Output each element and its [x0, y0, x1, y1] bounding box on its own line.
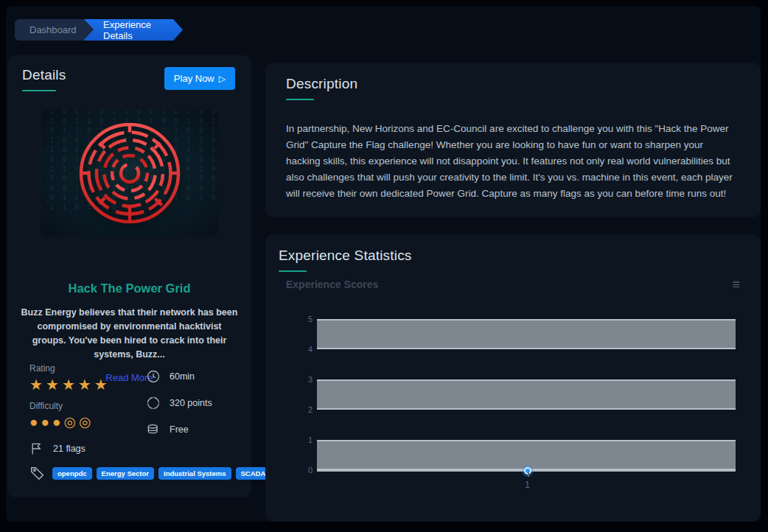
challenge-thumbnail: 0 1 0 0 1 0 1 1 0 0 1 0 1 0 0 1 1 0 1 0 …	[41, 110, 219, 237]
chart-y-axis: 5 4 3 2 1 0	[302, 319, 313, 470]
duration-row: 60min	[146, 369, 212, 384]
tag-industrial-systems[interactable]: Industrial Systems	[158, 467, 231, 480]
play-icon: ▷	[219, 74, 226, 84]
clock-icon	[146, 369, 161, 384]
points-value: 320 points	[170, 398, 212, 408]
y-tick-label: 2	[308, 405, 313, 414]
plot-band	[317, 440, 736, 470]
breadcrumb-item-dashboard[interactable]: Dashboard	[15, 19, 84, 41]
description-body: In partnership, New Horizons and EC-Coun…	[286, 121, 740, 202]
points-row: 320 points	[146, 396, 212, 410]
experience-title: Hack The Power Grid	[7, 281, 251, 295]
play-now-button[interactable]: Play Now ▷	[164, 67, 235, 90]
description-heading-underline	[286, 99, 314, 100]
experience-excerpt: Buzz Energy believes that their network …	[21, 306, 238, 362]
statistics-heading: Experience Statistics	[279, 248, 740, 264]
breadcrumb-dashboard-label: Dashboard	[29, 24, 77, 35]
difficulty-empty-icon: ◎	[79, 414, 94, 430]
coins-icon	[146, 422, 161, 437]
meta-right-column: 60min 320 points Free	[146, 369, 212, 449]
star-icon: ★	[46, 377, 62, 393]
price-value: Free	[170, 424, 189, 435]
chart-menu-icon[interactable]: ≡	[732, 279, 740, 290]
maze-icon	[74, 118, 185, 228]
tag-energy-sector[interactable]: Energy Sector	[97, 467, 154, 480]
rating-label: Rating	[29, 363, 111, 374]
description-heading: Description	[286, 76, 740, 92]
description-panel: Description In partnership, New Horizons…	[265, 63, 761, 217]
details-panel: Details Play Now ▷ 0 1 0 0 1 0 1 1 0 0 1…	[7, 55, 251, 497]
play-now-label: Play Now	[174, 73, 214, 84]
y-tick-label: 4	[308, 345, 313, 354]
chart-title: Experience Scores	[286, 279, 378, 290]
statistics-panel: Experience Statistics Experience Scores …	[265, 234, 761, 522]
breadcrumb-item-experience-details[interactable]: Experience Details	[84, 19, 183, 41]
x-axis-tick	[528, 472, 529, 477]
meta-left-column: Rating ★★★★★ Difficulty ●●●◎◎ 21 flags	[29, 363, 111, 456]
details-heading: Details	[22, 67, 66, 83]
x-tick-label: 1	[522, 480, 534, 490]
y-tick-label: 0	[308, 466, 313, 475]
breadcrumb-current-label: Experience Details	[103, 19, 183, 41]
tags-row: openpdc Energy Sector Industrial Systems…	[29, 465, 270, 481]
flag-icon	[29, 441, 44, 456]
difficulty-filled-icon: ●	[29, 414, 41, 430]
details-heading-underline	[22, 90, 56, 91]
difficulty-label: Difficulty	[29, 401, 111, 411]
rating-stars: ★★★★★	[29, 377, 111, 393]
duration-value: 60min	[170, 371, 195, 382]
plot-band	[317, 379, 736, 410]
star-icon: ★	[94, 377, 111, 393]
statistics-heading-underline	[279, 270, 307, 272]
star-icon: ★	[62, 377, 78, 393]
difficulty-dots: ●●●◎◎	[29, 414, 111, 430]
details-heading-block: Details	[22, 67, 66, 91]
flags-count: 21 flags	[53, 444, 85, 454]
flags-row: 21 flags	[29, 441, 111, 456]
price-row: Free	[146, 422, 212, 437]
experience-details-page: Experience Details Dashboard Details Pla…	[0, 0, 768, 532]
chart-plot-area: 1	[317, 319, 736, 470]
difficulty-filled-icon: ●	[52, 414, 63, 430]
y-tick-label: 1	[308, 435, 313, 444]
y-tick-label: 5	[308, 315, 313, 323]
tag-icon	[29, 465, 46, 481]
y-tick-label: 3	[308, 375, 313, 384]
experience-scores-chart: Experience Scores ≡ 5 4 3 2 1 0 1	[286, 279, 740, 500]
plot-band	[317, 319, 736, 349]
difficulty-empty-icon: ◎	[63, 414, 79, 430]
star-icon: ★	[78, 377, 94, 393]
target-icon	[146, 396, 161, 410]
difficulty-filled-icon: ●	[41, 414, 52, 430]
tag-openpdc[interactable]: openpdc	[52, 467, 92, 480]
star-icon: ★	[29, 377, 46, 393]
